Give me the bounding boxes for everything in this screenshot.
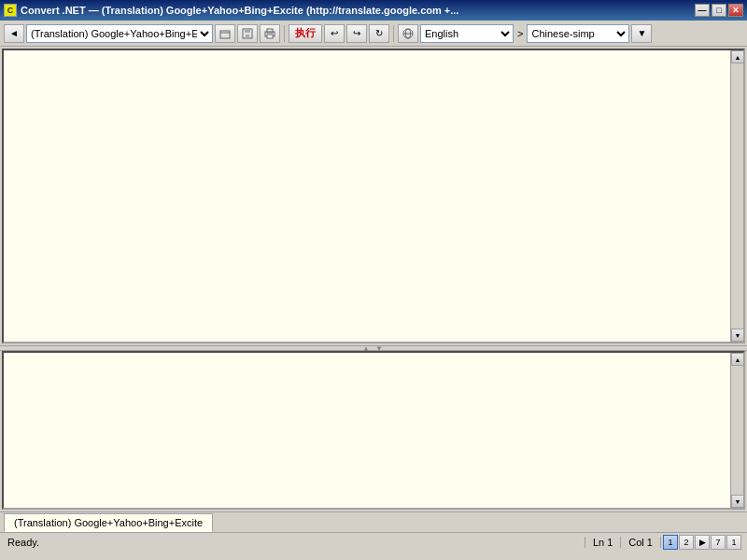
translate-icon-button[interactable] [398, 24, 418, 43]
page-btn-last[interactable]: 1 [726, 535, 741, 550]
output-panel: ▲ ▼ [2, 351, 745, 510]
target-language-select[interactable]: Chinese-simpChinese-tradJapaneseKoreanFr… [527, 24, 629, 43]
open-button[interactable] [215, 24, 235, 43]
redo-button[interactable]: ↪ [346, 24, 367, 43]
toolbar: ◄ (Translation) Google+Yahoo+Bing+Excite… [0, 21, 747, 47]
status-page-buttons: 1 2 ▶ 7 1 [661, 535, 743, 550]
status-line: Ln 1 [585, 537, 621, 548]
tab-0[interactable]: (Translation) Google+Yahoo+Bing+Excite [4, 513, 213, 532]
print-button[interactable] [260, 24, 280, 43]
title-bar-left: C Convert .NET — (Translation) Google+Ya… [4, 4, 458, 17]
editor-panel: ▲ ▼ [2, 49, 745, 343]
svg-rect-3 [246, 35, 249, 38]
page-btn-2[interactable]: 2 [679, 535, 694, 550]
save-button[interactable] [237, 24, 258, 43]
lang-dropdown-button[interactable]: ▼ [631, 24, 652, 43]
window-title: Convert .NET — (Translation) Google+Yaho… [21, 5, 458, 16]
svg-rect-6 [267, 35, 273, 38]
tab-bar: (Translation) Google+Yahoo+Bing+Excite [0, 511, 747, 532]
page-btn-1[interactable]: 1 [663, 535, 678, 550]
execute-button[interactable]: 执行 [289, 24, 322, 43]
maximize-button[interactable]: □ [712, 4, 726, 17]
page-btn-nav-forward[interactable]: ▶ [695, 535, 710, 550]
undo-button[interactable]: ↩ [324, 24, 345, 43]
output-scroll-down-button[interactable]: ▼ [731, 495, 744, 508]
svg-rect-2 [245, 29, 250, 33]
scroll-down-button[interactable]: ▼ [731, 329, 744, 342]
title-bar: C Convert .NET — (Translation) Google+Ya… [0, 0, 747, 21]
close-button[interactable]: ✕ [728, 4, 743, 17]
title-buttons: — □ ✕ [695, 4, 743, 17]
output-textarea[interactable] [4, 353, 743, 508]
status-bar: Ready. Ln 1 Col 1 1 2 ▶ 7 1 [0, 532, 747, 551]
separator-1 [284, 25, 285, 42]
scroll-up-button[interactable]: ▲ [731, 50, 744, 63]
output-scroll-up-button[interactable]: ▲ [731, 353, 744, 366]
status-ready-text: Ready. [4, 537, 585, 548]
svg-rect-0 [220, 31, 230, 38]
minimize-button[interactable]: — [695, 4, 710, 17]
lang-arrow: > [515, 28, 525, 39]
separator-2 [393, 25, 394, 42]
editor-scrollbar: ▲ ▼ [730, 50, 743, 342]
output-scrollbar-track[interactable] [731, 366, 743, 495]
refresh-button[interactable]: ↻ [369, 24, 389, 43]
status-col: Col 1 [621, 537, 661, 548]
profile-select[interactable]: (Translation) Google+Yahoo+Bing+Excite [26, 24, 213, 43]
editor-textarea[interactable] [4, 50, 743, 342]
back-button[interactable]: ◄ [4, 24, 24, 43]
source-language-select[interactable]: EnglishFrenchGermanSpanishJapaneseChines… [420, 24, 514, 43]
scrollbar-track[interactable] [731, 63, 743, 329]
page-btn-7[interactable]: 7 [711, 535, 726, 550]
app-icon: C [4, 4, 17, 17]
output-scrollbar: ▲ ▼ [730, 353, 743, 508]
main-area: ▲ ▼ ▲ ▼ ▲ ▼ [0, 47, 747, 511]
